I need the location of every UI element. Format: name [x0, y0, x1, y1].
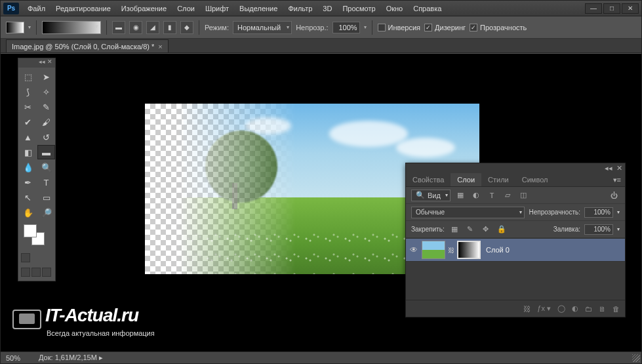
link-layers-icon[interactable]: ⛓: [523, 305, 531, 313]
lock-all-icon[interactable]: 🔒: [496, 224, 508, 235]
resize-grip[interactable]: [632, 354, 640, 362]
blur-tool[interactable]: 💧: [19, 160, 37, 174]
eraser-tool[interactable]: ◧: [19, 145, 37, 159]
menubar: Файл Редактирование Изображение Слои Шри…: [23, 3, 584, 14]
tools-panel-header[interactable]: ◂◂ ✕: [18, 58, 55, 68]
delete-layer-icon[interactable]: 🗑: [612, 305, 620, 313]
gradient-tool[interactable]: ▬: [37, 145, 55, 159]
screen-mode-icon[interactable]: [42, 268, 51, 277]
menu-layers[interactable]: Слои: [172, 3, 199, 14]
eyedropper-tool[interactable]: ✎: [37, 100, 55, 114]
lock-pixels-icon[interactable]: ▦: [449, 224, 460, 235]
doc-size-info[interactable]: Док: 1,61M/2,15M ▸: [39, 354, 103, 362]
filter-toggle-icon[interactable]: ⏻: [608, 190, 620, 201]
layer-list-empty[interactable]: [406, 276, 625, 300]
gradient-reflected-icon[interactable]: ▮: [163, 21, 176, 34]
minimize-button[interactable]: —: [585, 3, 602, 14]
menu-3d[interactable]: 3D: [318, 3, 336, 14]
filter-shape-icon[interactable]: ▱: [502, 190, 513, 201]
tab-close-icon[interactable]: ×: [158, 43, 162, 51]
transparency-checkbox[interactable]: Прозрачность: [470, 24, 527, 31]
layer-fill-input[interactable]: 100%: [584, 224, 613, 235]
color-swatches[interactable]: [21, 223, 52, 249]
gradient-linear-icon[interactable]: ▬: [112, 21, 125, 34]
mask-thumbnail[interactable]: [457, 241, 481, 259]
gradient-preset-picker[interactable]: [42, 21, 101, 34]
layer-filter-select[interactable]: 🔍Вид: [411, 190, 451, 201]
menu-type[interactable]: Шрифт: [201, 3, 233, 14]
path-tool[interactable]: ↖: [19, 190, 37, 205]
filter-pixel-icon[interactable]: ▦: [454, 190, 466, 201]
layer-row[interactable]: 👁 ⛓ Слой 0: [406, 238, 625, 262]
menu-edit[interactable]: Редактирование: [51, 3, 115, 14]
reverse-checkbox[interactable]: Инверсия: [378, 24, 421, 31]
dodge-tool[interactable]: 🔍: [37, 160, 55, 174]
gradient-tool-icon[interactable]: [6, 22, 24, 33]
type-tool[interactable]: T: [37, 175, 55, 190]
adjustment-layer-icon[interactable]: ◐: [572, 304, 578, 313]
tab-properties[interactable]: Свойства: [406, 173, 451, 186]
blend-mode-select[interactable]: Обычные: [411, 207, 525, 218]
menu-window[interactable]: Окно: [382, 3, 408, 14]
new-group-icon[interactable]: 🗀: [585, 305, 592, 313]
filter-type-icon[interactable]: T: [486, 190, 498, 201]
mask-link-icon[interactable]: ⛓: [448, 247, 454, 254]
menu-file[interactable]: Файл: [23, 3, 50, 14]
menu-filter[interactable]: Фильтр: [283, 3, 317, 14]
tab-styles[interactable]: Стили: [481, 173, 515, 186]
healing-tool[interactable]: ✔: [19, 115, 37, 129]
menu-help[interactable]: Справка: [409, 3, 446, 14]
lock-move-icon[interactable]: ✥: [480, 224, 492, 235]
layer-list[interactable]: 👁 ⛓ Слой 0: [406, 238, 625, 276]
layer-name[interactable]: Слой 0: [486, 246, 510, 254]
maximize-button[interactable]: □: [603, 3, 620, 14]
opacity-input[interactable]: 100%: [332, 22, 360, 33]
history-brush-tool[interactable]: ↺: [37, 130, 55, 144]
blend-mode-select[interactable]: Нормальный: [233, 21, 292, 34]
filter-adjust-icon[interactable]: ◐: [470, 190, 482, 201]
lock-position-brush-icon[interactable]: ✎: [464, 224, 476, 235]
menu-select[interactable]: Выделение: [235, 3, 282, 14]
gradient-angle-icon[interactable]: ◢: [146, 21, 159, 34]
dither-checkbox[interactable]: Дизеринг: [424, 24, 466, 31]
dropdown-icon[interactable]: ▾: [617, 209, 620, 215]
document-tab[interactable]: Image.jpg @ 50% (Слой 0, Слой-маска/8) *…: [6, 39, 169, 52]
layer-thumbnail[interactable]: [422, 241, 445, 259]
panel-header[interactable]: ◂◂✕: [406, 163, 625, 172]
gradient-radial-icon[interactable]: ◉: [129, 21, 142, 34]
filter-smart-icon[interactable]: ◫: [517, 190, 529, 201]
dropdown-icon[interactable]: ▾: [28, 24, 31, 30]
gradient-diamond-icon[interactable]: ◆: [180, 21, 193, 34]
menu-view[interactable]: Просмотр: [338, 3, 380, 14]
layer-opacity-input[interactable]: 100%: [584, 207, 613, 218]
visibility-icon[interactable]: 👁: [409, 245, 419, 254]
tab-layers[interactable]: Слои: [451, 173, 481, 186]
shape-tool[interactable]: ▭: [37, 190, 55, 205]
screen-mode-icon[interactable]: [21, 268, 30, 277]
foreground-color[interactable]: [24, 224, 37, 237]
selection-tool[interactable]: ➤: [37, 70, 55, 84]
screen-mode-icon[interactable]: [31, 268, 41, 277]
hand-tool[interactable]: ✋: [19, 205, 37, 220]
move-tool[interactable]: ⬚: [19, 70, 37, 84]
zoom-tool[interactable]: 🔎: [37, 205, 55, 220]
dropdown-icon[interactable]: ▾: [617, 226, 620, 232]
layer-fx-icon[interactable]: ƒx ▾: [537, 304, 551, 313]
panel-close-icon[interactable]: ✕: [616, 164, 622, 172]
menu-image[interactable]: Изображение: [117, 3, 171, 14]
brush-tool[interactable]: 🖌: [37, 115, 55, 129]
close-button[interactable]: ✕: [622, 3, 639, 14]
crop-tool[interactable]: ✂: [19, 100, 37, 114]
pen-tool[interactable]: ✒: [19, 175, 37, 190]
panel-menu-icon[interactable]: ▾≡: [609, 174, 625, 186]
dropdown-icon[interactable]: ▾: [364, 24, 367, 30]
lasso-tool[interactable]: ⟆: [19, 85, 37, 99]
new-layer-icon[interactable]: 🗎: [599, 305, 606, 313]
quick-mask-icon[interactable]: [21, 253, 30, 262]
tab-character[interactable]: Символ: [515, 173, 555, 186]
add-mask-icon[interactable]: ◯: [557, 304, 565, 313]
zoom-level[interactable]: 50%: [6, 354, 20, 362]
stamp-tool[interactable]: ▲: [19, 130, 37, 144]
collapse-icon[interactable]: ◂◂: [605, 164, 612, 172]
magic-wand-tool[interactable]: ✧: [37, 85, 55, 99]
